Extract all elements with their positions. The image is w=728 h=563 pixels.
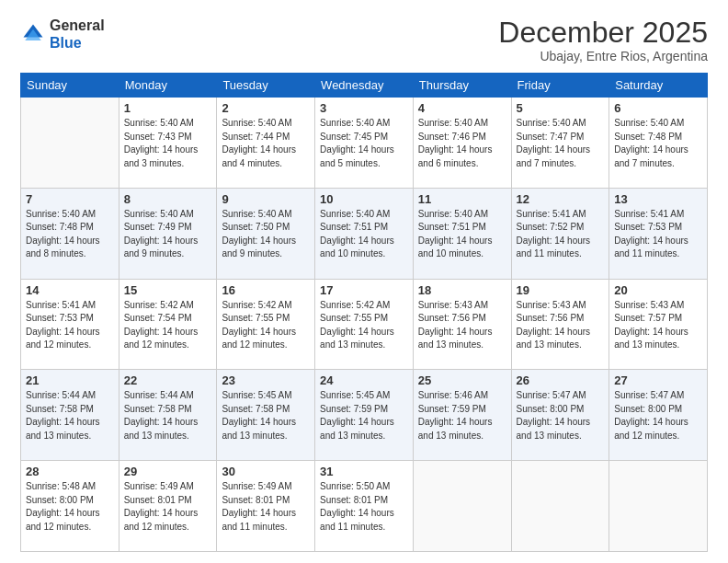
day-number: 30 bbox=[222, 465, 310, 478]
day-info: Sunrise: 5:47 AM Sunset: 8:00 PM Dayligh… bbox=[614, 389, 702, 442]
header-sunday: Sunday bbox=[21, 74, 119, 98]
day-number: 24 bbox=[320, 373, 408, 387]
day-info: Sunrise: 5:41 AM Sunset: 7:53 PM Dayligh… bbox=[614, 208, 702, 261]
header-monday: Monday bbox=[119, 74, 217, 98]
day-number: 1 bbox=[124, 101, 212, 115]
calendar-cell bbox=[511, 461, 609, 552]
day-number: 28 bbox=[26, 465, 114, 478]
calendar-cell: 11Sunrise: 5:40 AM Sunset: 7:51 PM Dayli… bbox=[413, 188, 511, 279]
day-info: Sunrise: 5:41 AM Sunset: 7:53 PM Dayligh… bbox=[26, 299, 114, 352]
day-info: Sunrise: 5:43 AM Sunset: 7:57 PM Dayligh… bbox=[614, 299, 702, 352]
day-info: Sunrise: 5:42 AM Sunset: 7:55 PM Dayligh… bbox=[222, 299, 310, 352]
calendar-cell: 27Sunrise: 5:47 AM Sunset: 8:00 PM Dayli… bbox=[609, 370, 708, 461]
day-info: Sunrise: 5:45 AM Sunset: 7:59 PM Dayligh… bbox=[320, 389, 408, 442]
day-info: Sunrise: 5:40 AM Sunset: 7:48 PM Dayligh… bbox=[26, 208, 114, 261]
day-info: Sunrise: 5:40 AM Sunset: 7:43 PM Dayligh… bbox=[124, 117, 212, 170]
day-info: Sunrise: 5:48 AM Sunset: 8:00 PM Dayligh… bbox=[26, 480, 114, 534]
day-info: Sunrise: 5:50 AM Sunset: 8:01 PM Dayligh… bbox=[320, 480, 408, 534]
calendar-cell: 3Sunrise: 5:40 AM Sunset: 7:45 PM Daylig… bbox=[315, 98, 414, 189]
day-number: 31 bbox=[320, 465, 408, 478]
day-info: Sunrise: 5:40 AM Sunset: 7:44 PM Dayligh… bbox=[222, 117, 310, 170]
calendar-cell: 14Sunrise: 5:41 AM Sunset: 7:53 PM Dayli… bbox=[21, 279, 119, 370]
header-wednesday: Wednesday bbox=[315, 74, 414, 98]
calendar-cell: 19Sunrise: 5:43 AM Sunset: 7:56 PM Dayli… bbox=[511, 279, 609, 370]
calendar-cell: 4Sunrise: 5:40 AM Sunset: 7:46 PM Daylig… bbox=[413, 98, 511, 189]
calendar-cell: 2Sunrise: 5:40 AM Sunset: 7:44 PM Daylig… bbox=[217, 98, 315, 189]
calendar-cell: 12Sunrise: 5:41 AM Sunset: 7:52 PM Dayli… bbox=[511, 188, 609, 279]
day-number: 14 bbox=[26, 283, 114, 297]
calendar-cell: 8Sunrise: 5:40 AM Sunset: 7:49 PM Daylig… bbox=[119, 188, 217, 279]
calendar-cell: 15Sunrise: 5:42 AM Sunset: 7:54 PM Dayli… bbox=[119, 279, 217, 370]
day-number: 7 bbox=[26, 192, 114, 206]
logo-general: General bbox=[50, 17, 105, 33]
page: General Blue December 2025 Ubajay, Entre… bbox=[0, 0, 728, 563]
day-number: 3 bbox=[320, 101, 408, 115]
calendar-cell: 13Sunrise: 5:41 AM Sunset: 7:53 PM Dayli… bbox=[609, 188, 708, 279]
calendar-cell: 22Sunrise: 5:44 AM Sunset: 7:58 PM Dayli… bbox=[119, 370, 217, 461]
day-number: 16 bbox=[222, 283, 310, 297]
calendar-cell: 28Sunrise: 5:48 AM Sunset: 8:00 PM Dayli… bbox=[21, 461, 119, 552]
day-number: 13 bbox=[614, 192, 702, 206]
day-number: 12 bbox=[517, 192, 605, 206]
logo-blue: Blue bbox=[50, 35, 82, 51]
day-number: 22 bbox=[124, 373, 212, 387]
calendar-table: Sunday Monday Tuesday Wednesday Thursday… bbox=[20, 73, 708, 552]
day-info: Sunrise: 5:40 AM Sunset: 7:51 PM Dayligh… bbox=[320, 208, 408, 261]
calendar-cell: 10Sunrise: 5:40 AM Sunset: 7:51 PM Dayli… bbox=[315, 188, 414, 279]
header-saturday: Saturday bbox=[609, 74, 708, 98]
day-number: 10 bbox=[320, 192, 408, 206]
calendar-cell: 21Sunrise: 5:44 AM Sunset: 7:58 PM Dayli… bbox=[21, 370, 119, 461]
calendar-cell: 7Sunrise: 5:40 AM Sunset: 7:48 PM Daylig… bbox=[21, 188, 119, 279]
day-info: Sunrise: 5:40 AM Sunset: 7:45 PM Dayligh… bbox=[320, 117, 408, 170]
day-info: Sunrise: 5:42 AM Sunset: 7:54 PM Dayligh… bbox=[124, 299, 212, 352]
day-number: 8 bbox=[124, 192, 212, 206]
logo-text: General Blue bbox=[50, 17, 105, 52]
day-number: 6 bbox=[614, 101, 702, 115]
day-number: 4 bbox=[418, 101, 506, 115]
day-number: 17 bbox=[320, 283, 408, 297]
calendar-week-row: 28Sunrise: 5:48 AM Sunset: 8:00 PM Dayli… bbox=[21, 461, 708, 552]
weekday-header-row: Sunday Monday Tuesday Wednesday Thursday… bbox=[21, 74, 708, 98]
day-number: 19 bbox=[517, 283, 605, 297]
day-info: Sunrise: 5:47 AM Sunset: 8:00 PM Dayligh… bbox=[517, 389, 605, 442]
day-info: Sunrise: 5:40 AM Sunset: 7:50 PM Dayligh… bbox=[222, 208, 310, 261]
calendar-cell: 17Sunrise: 5:42 AM Sunset: 7:55 PM Dayli… bbox=[315, 279, 414, 370]
day-info: Sunrise: 5:43 AM Sunset: 7:56 PM Dayligh… bbox=[418, 299, 506, 352]
calendar-week-row: 14Sunrise: 5:41 AM Sunset: 7:53 PM Dayli… bbox=[21, 279, 708, 370]
day-number: 21 bbox=[26, 373, 114, 387]
day-info: Sunrise: 5:43 AM Sunset: 7:56 PM Dayligh… bbox=[517, 299, 605, 352]
calendar-cell: 26Sunrise: 5:47 AM Sunset: 8:00 PM Dayli… bbox=[511, 370, 609, 461]
calendar-cell: 18Sunrise: 5:43 AM Sunset: 7:56 PM Dayli… bbox=[413, 279, 511, 370]
day-number: 26 bbox=[517, 373, 605, 387]
day-number: 11 bbox=[418, 192, 506, 206]
day-info: Sunrise: 5:40 AM Sunset: 7:47 PM Dayligh… bbox=[517, 117, 605, 170]
day-number: 9 bbox=[222, 192, 310, 206]
calendar-cell: 30Sunrise: 5:49 AM Sunset: 8:01 PM Dayli… bbox=[217, 461, 315, 552]
calendar-cell: 6Sunrise: 5:40 AM Sunset: 7:48 PM Daylig… bbox=[609, 98, 708, 189]
calendar-cell: 1Sunrise: 5:40 AM Sunset: 7:43 PM Daylig… bbox=[119, 98, 217, 189]
day-number: 20 bbox=[614, 283, 702, 297]
calendar-cell: 5Sunrise: 5:40 AM Sunset: 7:47 PM Daylig… bbox=[511, 98, 609, 189]
day-info: Sunrise: 5:40 AM Sunset: 7:46 PM Dayligh… bbox=[418, 117, 506, 170]
calendar-cell: 24Sunrise: 5:45 AM Sunset: 7:59 PM Dayli… bbox=[315, 370, 414, 461]
day-info: Sunrise: 5:42 AM Sunset: 7:55 PM Dayligh… bbox=[320, 299, 408, 352]
day-info: Sunrise: 5:41 AM Sunset: 7:52 PM Dayligh… bbox=[517, 208, 605, 261]
header-friday: Friday bbox=[511, 74, 609, 98]
calendar-cell bbox=[413, 461, 511, 552]
calendar-cell: 16Sunrise: 5:42 AM Sunset: 7:55 PM Dayli… bbox=[217, 279, 315, 370]
day-number: 25 bbox=[418, 373, 506, 387]
logo: General Blue bbox=[20, 17, 105, 52]
day-number: 27 bbox=[614, 373, 702, 387]
day-number: 5 bbox=[517, 101, 605, 115]
header: General Blue December 2025 Ubajay, Entre… bbox=[20, 17, 708, 63]
day-number: 29 bbox=[124, 465, 212, 478]
day-info: Sunrise: 5:40 AM Sunset: 7:48 PM Dayligh… bbox=[614, 117, 702, 170]
location-subtitle: Ubajay, Entre Rios, Argentina bbox=[498, 49, 708, 63]
day-number: 15 bbox=[124, 283, 212, 297]
calendar-cell: 31Sunrise: 5:50 AM Sunset: 8:01 PM Dayli… bbox=[315, 461, 414, 552]
day-number: 23 bbox=[222, 373, 310, 387]
calendar-cell bbox=[21, 98, 119, 189]
day-info: Sunrise: 5:49 AM Sunset: 8:01 PM Dayligh… bbox=[222, 480, 310, 534]
day-info: Sunrise: 5:40 AM Sunset: 7:51 PM Dayligh… bbox=[418, 208, 506, 261]
day-info: Sunrise: 5:49 AM Sunset: 8:01 PM Dayligh… bbox=[124, 480, 212, 534]
